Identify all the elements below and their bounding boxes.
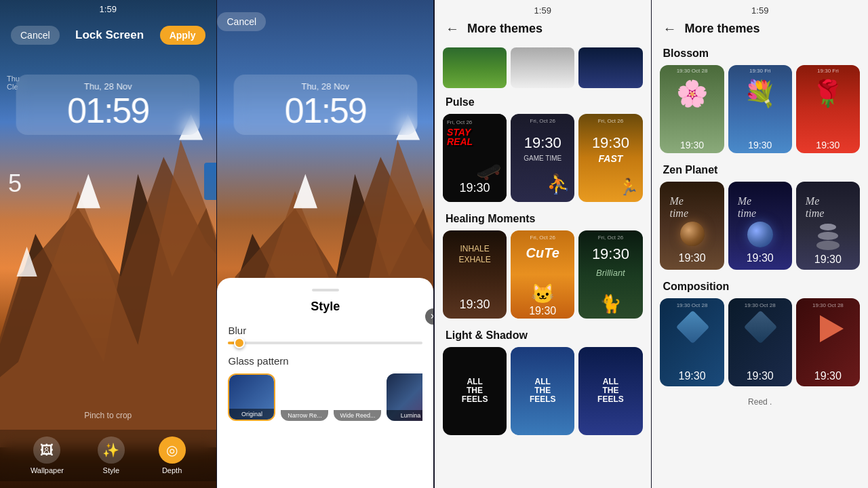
zen-card-3[interactable]: Metime 19:30 [796, 182, 860, 270]
glass-option-narrow-reed[interactable]: Narrow Re... [281, 373, 328, 421]
pulse-grid: Fri, Oct 26 STAYREAL 19:30 🛹 Fri, Oct 26… [440, 114, 646, 202]
cancel-button-1[interactable]: Cancel [11, 26, 60, 45]
zen-card-1[interactable]: Metime 19:30 [660, 182, 724, 270]
lock-time-2: 01:59 [247, 93, 403, 128]
toolbar-wallpaper[interactable]: 🖼 Wallpaper [31, 436, 64, 474]
preview-card-3[interactable] [578, 47, 642, 88]
brilliant-text: Brilliant [596, 268, 625, 278]
pulse-card-game[interactable]: Fri, Oct 26 19:30 GAME TIME ⛹ [511, 114, 574, 202]
blur-section: Blur [228, 325, 422, 344]
lock-time-widget-1: Thu, 28 Nov 01:59 [16, 75, 200, 135]
glass-option-wide-reed[interactable]: Wide Reed... [334, 373, 381, 421]
ls-card-blue[interactable]: ALLTHEFEELS [511, 347, 574, 435]
zen-time-1: 19:30 [679, 252, 706, 264]
status-time-4: 1:59 [751, 5, 768, 16]
fast-date: Fri, Oct 26 [598, 118, 623, 124]
cat-time: 19:30 [529, 305, 556, 317]
blur-slider[interactable] [228, 342, 422, 344]
toolbar-depth[interactable]: ◎ Depth [159, 436, 186, 474]
blossom-3-date: 19:30 Fri [817, 68, 839, 74]
blossom-card-1[interactable]: 19:30 Oct 28 🌸 19:30 [660, 65, 724, 153]
back-button-right[interactable]: ← [663, 21, 676, 37]
zen-planet-title: Zen Planet [657, 161, 863, 182]
game-label: GAME TIME [524, 155, 561, 162]
zen-1-inner: Metime 19:30 [660, 182, 724, 270]
inhale-text: INHALEEXHALE [448, 244, 501, 265]
pulse-skate-date: Fri, Oct 26 [447, 119, 472, 125]
more-themes-title-right: More themes [684, 22, 760, 36]
inhale-inner: INHALEEXHALE 19:30 [443, 230, 507, 319]
preview-card-2[interactable] [511, 47, 574, 88]
blur-slider-thumb[interactable] [234, 338, 245, 348]
healing-card-cat-dark[interactable]: Fri, Oct 26 19:30 Brilliant 🐈 [578, 230, 642, 319]
game-time: 19:30 [524, 134, 561, 152]
panel-lock-screen-style: 1:59 Cancel Lock Screen Apply Thu, 28 No… [217, 0, 433, 488]
status-time-1: 1:59 [100, 4, 117, 14]
depth-label: Depth [162, 466, 182, 474]
themes-header-right: ← More themes [652, 16, 868, 45]
light-shadow-title: Light & Shadow [440, 327, 646, 347]
pulse-card-fast[interactable]: Fri, Oct 26 19:30 FAST 🏃 [578, 114, 642, 202]
top-bar-1: Cancel Lock Screen Apply [0, 20, 216, 50]
blossom-2-time: 19:30 [748, 140, 772, 150]
toolbar-style[interactable]: ✨ Style [98, 436, 125, 474]
all-feels-blue-text: ALLTHEFEELS [530, 378, 556, 405]
fast-figure: 🏃 [618, 178, 639, 197]
fast-time: 19:30 [592, 134, 629, 152]
top-preview-row [435, 45, 651, 94]
pulse-game-inner: Fri, Oct 26 19:30 GAME TIME ⛹ [511, 114, 574, 202]
skater-silhouette: 🛹 [476, 159, 501, 183]
themes-header-left: ← More themes [435, 16, 651, 45]
comp-1-date: 19:30 Oct 28 [677, 302, 708, 308]
pulse-skate-time: 19:30 [460, 181, 490, 195]
glass-lumina-label: Lumina [387, 410, 422, 421]
blossom-title: Blossom [657, 45, 863, 65]
comp-3-inner: 19:30 Oct 28 19:30 [796, 298, 860, 386]
panel-lock-screen-left: ThuCle 1:59 Cancel Lock Screen Apply Thu… [0, 0, 216, 488]
inhale-time: 19:30 [460, 298, 490, 312]
healing-card-inhale[interactable]: INHALEEXHALE 19:30 [443, 230, 507, 319]
panel-more-themes-left[interactable]: 1:59 ← More themes Pulse Fri, Oct 26 STA… [435, 0, 651, 488]
all-feels-dark-text: ALLTHEFEELS [462, 378, 488, 405]
ls-card-dark[interactable]: ALLTHEFEELS [443, 347, 507, 435]
pulse-skate-inner: Fri, Oct 26 STAYREAL 19:30 🛹 [443, 114, 507, 202]
ls-card-dark-blue[interactable]: ALLTHEFEELS [578, 347, 642, 435]
zen-time-2: 19:30 [747, 252, 774, 264]
bottom-toolbar-1: 🖼 Wallpaper ✨ Style ◎ Depth [0, 430, 216, 481]
style-label: Style [103, 466, 119, 474]
composition-title: Composition [657, 278, 863, 298]
preview-card-1[interactable] [443, 47, 507, 88]
comp-2-inner: 19:30 Oct 28 19:30 [728, 298, 792, 386]
blossom-1-time: 19:30 [680, 140, 704, 150]
style-icon: ✨ [98, 436, 125, 464]
comp-card-2[interactable]: 19:30 Oct 28 19:30 [728, 298, 792, 386]
partial-card-left [204, 163, 216, 200]
blossom-grid: 19:30 Oct 28 🌸 19:30 19:30 Fri 💐 19:30 1… [657, 65, 863, 153]
glass-narrow-label: Narrow Re... [281, 410, 328, 421]
zen-sig-3: Metime [806, 195, 825, 220]
blossom-card-2[interactable]: 19:30 Fri 💐 19:30 [728, 65, 792, 153]
brilliant-date: Fri, Oct 26 [598, 235, 623, 241]
comp-card-3[interactable]: 19:30 Oct 28 19:30 [796, 298, 860, 386]
fast-label: FAST [599, 153, 623, 164]
zen-card-2[interactable]: Metime 19:30 [728, 182, 792, 270]
panel-more-themes-right[interactable]: 1:59 ← More themes Blossom 19:30 Oct 28 … [652, 0, 868, 488]
stone-3 [816, 241, 840, 250]
healing-card-cat-orange[interactable]: Fri, Oct 26 CuTe 🐱 19:30 [511, 230, 574, 319]
zen-planet-1 [680, 222, 705, 246]
glass-option-lumina[interactable]: Lumina [387, 373, 422, 421]
more-themes-title-left: More themes [467, 22, 542, 36]
apply-button-1[interactable]: Apply [160, 26, 205, 45]
cancel-button-2[interactable]: Cancel [217, 12, 266, 31]
blossom-1-inner: 19:30 Oct 28 🌸 19:30 [660, 65, 724, 153]
glass-option-original[interactable]: Original [228, 373, 275, 421]
blossom-2-inner: 19:30 Fri 💐 19:30 [728, 65, 792, 153]
stay-real-text: STAYREAL [447, 127, 473, 146]
pulse-fast-inner: Fri, Oct 26 19:30 FAST 🏃 [578, 114, 642, 202]
back-button-left[interactable]: ← [446, 21, 459, 37]
comp-card-1[interactable]: 19:30 Oct 28 19:30 [660, 298, 724, 386]
pulse-card-skate[interactable]: Fri, Oct 26 STAYREAL 19:30 🛹 [443, 114, 507, 202]
red-tulip: 🌹 [812, 79, 844, 108]
glass-wide-label: Wide Reed... [334, 410, 381, 421]
blossom-card-3[interactable]: 19:30 Fri 🌹 19:30 [796, 65, 860, 153]
